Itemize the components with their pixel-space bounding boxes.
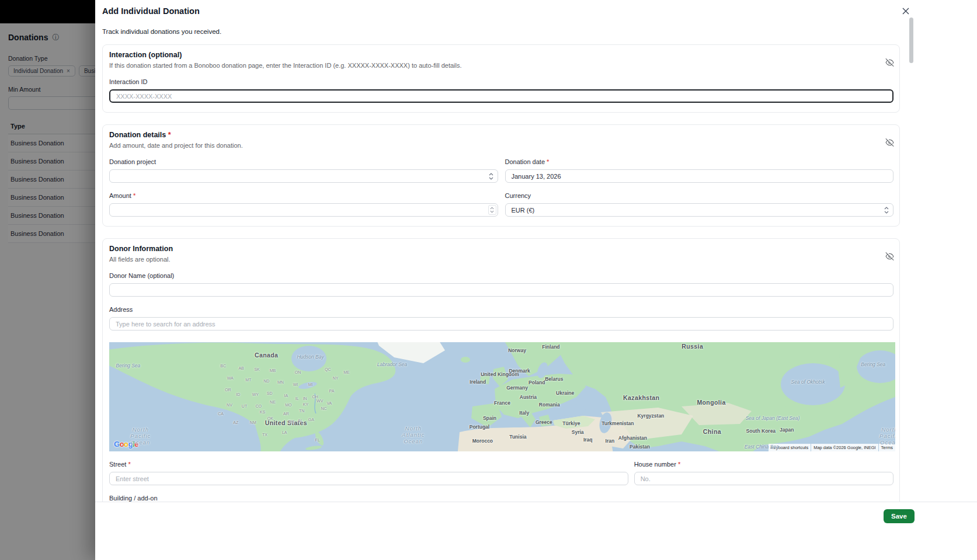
map-label: Bering Sea (116, 363, 140, 369)
map-label: CA (218, 412, 224, 416)
map-label: Syria (572, 430, 584, 436)
map-canvas[interactable]: Google Keyboard shortcutsMap data ©2026 … (109, 342, 895, 451)
map-label: Poland (529, 380, 545, 386)
map-label: Mongolia (697, 399, 725, 406)
modal-body: Track individual donations you received.… (95, 23, 907, 502)
required-mark: * (678, 461, 680, 468)
currency-select[interactable]: EUR (€) (505, 203, 894, 217)
chevron-up-down-icon (884, 206, 889, 214)
map-label: Germany (506, 385, 528, 391)
house-number-input[interactable] (634, 472, 893, 485)
map-label: IN (303, 396, 307, 401)
map-label: VA (326, 401, 332, 406)
map-label: Pakistan (630, 444, 650, 450)
section-donor-information: Donor Information All fields are optiona… (102, 238, 900, 502)
amount-label: Amount * (109, 192, 498, 199)
map-label: Denmark (509, 369, 530, 375)
map-label: SD (267, 391, 273, 396)
map-label: Austria (520, 395, 537, 401)
map-label: FL (315, 438, 320, 443)
chevron-up-down-icon (488, 172, 494, 180)
section-donor-description: All fields are optional. (109, 256, 893, 263)
map-label: Kyrgyzstan (637, 413, 664, 419)
map-label: BC (220, 364, 226, 368)
modal-scrollbar[interactable] (909, 18, 913, 63)
map-label: Italy (519, 411, 529, 416)
map-label: NY (333, 376, 339, 381)
chevron-down-icon (490, 210, 494, 213)
map-label: Portugal (470, 425, 489, 430)
map-label: OK (267, 416, 273, 421)
street-field: Street * (109, 451, 628, 485)
modal-header: Add Individual Donation (95, 0, 977, 23)
donation-date-label: Donation date * (505, 158, 894, 165)
map-label: East China Sea (745, 444, 779, 450)
map-label: NE (270, 400, 276, 405)
map-label: WY (252, 392, 259, 397)
stepper-down-button[interactable] (490, 210, 494, 214)
map-label: QC (325, 367, 331, 372)
map-label: Japan (780, 428, 794, 434)
map-label: Spain (483, 416, 496, 422)
donation-date-input[interactable] (505, 169, 894, 183)
map-label: Ukraine (556, 391, 574, 396)
map-label: ND (263, 379, 269, 384)
eye-slash-icon (885, 252, 894, 260)
donor-name-label: Donor Name (optional) (109, 272, 893, 279)
interaction-id-input[interactable] (109, 89, 893, 103)
save-button[interactable]: Save (884, 509, 915, 523)
map-label: WI (293, 382, 298, 387)
street-label: Street * (109, 461, 628, 468)
eye-slash-icon (885, 138, 894, 147)
map-label: Tunisia (509, 434, 526, 440)
eye-slash-icon (885, 58, 894, 67)
hide-section-button[interactable] (884, 138, 895, 148)
map-label: Romania (539, 403, 560, 409)
address-search-input[interactable] (109, 317, 893, 331)
close-button[interactable] (900, 6, 912, 18)
section-donation-details-title: Donation details * (109, 131, 893, 139)
map-label: IL (295, 396, 299, 401)
amount-stepper (488, 205, 496, 215)
section-interaction-description: If this donation started from a Bonoboo … (109, 62, 893, 69)
hide-section-button[interactable] (884, 58, 895, 68)
map-label: GA (308, 418, 314, 422)
map-label: NV (227, 403, 232, 408)
map-label: Kazakhstan (623, 394, 659, 401)
donor-name-input[interactable] (109, 283, 893, 297)
map-label: France (494, 401, 510, 406)
street-input[interactable] (109, 472, 628, 485)
map-label: WV (317, 399, 323, 404)
map-label: NC (321, 406, 326, 411)
house-number-label: House number * (634, 461, 893, 468)
address-label: Address (109, 306, 893, 313)
map-label: SK (254, 367, 259, 372)
map-label: KS (260, 410, 265, 415)
map-label: Sea of Okhotsk (791, 380, 825, 385)
section-interaction-title: Interaction (optional) (109, 51, 893, 59)
donation-project-select[interactable] (109, 169, 498, 183)
amount-input[interactable] (109, 203, 498, 217)
building-addon-label: Building / add-on (109, 495, 893, 502)
map-label: ID (236, 392, 240, 397)
map-label: MB (270, 368, 276, 373)
map-label: NM (250, 420, 256, 425)
hide-section-button[interactable] (884, 252, 895, 262)
map-label: ON (295, 370, 301, 375)
map-label: Turkmenistan (602, 421, 634, 427)
map-label: South Korea (746, 429, 776, 434)
map-label: KY (303, 402, 308, 407)
map-label: Canada (255, 352, 278, 359)
map-label: Norway (508, 348, 526, 354)
map-label: IA (284, 394, 288, 398)
map-label: Russia (682, 343, 703, 350)
map-label: Türkiye (562, 421, 580, 427)
map-label: Finland (542, 345, 559, 350)
map-label: TX (262, 433, 267, 437)
map-attribution-item[interactable]: Map data ©2026 Google, INEGI (811, 444, 878, 451)
interaction-id-label: Interaction ID (109, 78, 893, 85)
map-label: AR (283, 412, 289, 416)
map-label: NorthPacificOcean (120, 426, 161, 446)
map-label: AZ (233, 420, 238, 425)
map-label: TN (299, 409, 304, 413)
